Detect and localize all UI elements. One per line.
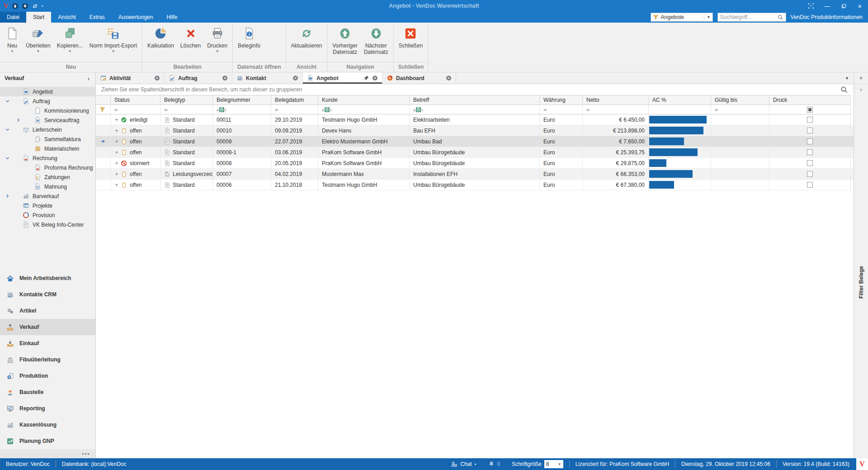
filter-checkbox[interactable] <box>807 107 813 113</box>
quick-access-caret-icon[interactable]: ▾ <box>42 2 43 10</box>
chat-button[interactable]: Chat ▾ <box>445 461 482 468</box>
tree-expander-icon[interactable] <box>4 127 11 133</box>
product-info-link[interactable]: VenDoc Produktinformationen <box>791 14 863 20</box>
ribbon-button-vorheriger-datensatz[interactable]: Vorheriger Datensatz <box>329 24 360 59</box>
column-header-gueltig-bis[interactable]: Gültig bis <box>711 95 769 105</box>
sidebar-item-einkauf[interactable]: Einkauf <box>0 335 95 351</box>
ribbon-button-norm-import-export[interactable]: Norm Import-Export▼ <box>86 24 140 53</box>
tree-item-projekte[interactable]: Projekte <box>0 201 95 210</box>
tab-dashboard[interactable]: Dashboard <box>382 72 456 84</box>
tree-item-vk-beleg-info-center[interactable]: VK Beleg Info-Center <box>0 220 95 229</box>
column-header-betreff[interactable]: Betreff <box>410 95 540 105</box>
tab-kontakt[interactable]: Kontakt <box>232 72 303 84</box>
sidebar-item-artikel[interactable]: Artikel <box>0 303 95 319</box>
sidebar-item-kassenloesung[interactable]: Kassenlösung <box>0 417 95 433</box>
tab-close-icon[interactable] <box>446 75 452 81</box>
table-row[interactable]: +erledigtStandard0001129.10.2019Testmann… <box>96 114 854 125</box>
tab-close-icon[interactable] <box>372 75 378 81</box>
tree-item-angebot[interactable]: Angebot <box>0 87 95 96</box>
sidebar-item-kontakte-crm[interactable]: Kontakte CRM <box>0 286 95 303</box>
tree-item-zahlungen[interactable]: €Zahlungen <box>0 172 95 182</box>
sidebar-item-fibuueberleitung[interactable]: €Fibuüberleitung <box>0 351 95 368</box>
row-expand-button[interactable]: + <box>114 182 119 188</box>
row-expand-button[interactable]: + <box>114 160 119 166</box>
tree-item-mahnung[interactable]: Mahnung <box>0 182 95 191</box>
minimize-button[interactable]: — <box>819 0 835 12</box>
refresh-quick-icon[interactable] <box>32 2 38 10</box>
filter-cell-status[interactable]: = <box>111 105 160 114</box>
tab-auftrag[interactable]: Auftrag <box>165 72 232 84</box>
close-button[interactable]: × <box>852 0 868 12</box>
filter-cell-waehrung[interactable]: = <box>540 105 583 114</box>
ribbon-button-schliessen[interactable]: Schließen <box>396 24 426 53</box>
filter-panel-expand-icon[interactable]: › <box>854 84 868 95</box>
filter-panel-close-icon[interactable]: × <box>854 72 868 84</box>
sidebar-item-reporting[interactable]: Reporting <box>0 400 95 417</box>
filter-funnel-icon[interactable] <box>96 105 111 114</box>
table-row[interactable]: +offenStandard00008-103.06.2019PraKom So… <box>96 147 854 158</box>
menu-item-ansicht[interactable]: Ansicht <box>51 12 82 23</box>
column-header-netto[interactable]: Netto <box>583 95 649 105</box>
ribbon-button-neu[interactable]: Neu▼ <box>2 24 23 53</box>
fontsize-select[interactable]: 8 ▼ <box>544 460 563 468</box>
tab-close-icon[interactable] <box>292 75 298 81</box>
tab-angebot[interactable]: Angebot <box>303 72 382 84</box>
sidebar-item-produktion[interactable]: Produktion <box>0 368 95 384</box>
notifications-button[interactable]: 0 <box>482 461 506 468</box>
ribbon-button-kalkulation[interactable]: Kalkulation <box>144 24 177 53</box>
sidebar-item-mein-arbeitsbereich[interactable]: Mein Arbeitsbereich <box>0 270 95 286</box>
tab-aktivitaet[interactable]: Aktivität <box>96 72 165 84</box>
sidebar-overflow-button[interactable] <box>0 449 95 458</box>
tab-list-caret-icon[interactable]: ▼ <box>845 76 849 81</box>
ribbon-button-aktualisieren[interactable]: Aktualisieren <box>288 24 326 53</box>
tree-item-provision[interactable]: Provision <box>0 210 95 220</box>
filter-cell-druck[interactable] <box>769 105 851 114</box>
sidebar-item-baustelle[interactable]: Baustelle <box>0 384 95 400</box>
ribbon-button-naechster-datensatz[interactable]: Nächster Datensatz <box>361 24 392 59</box>
filter-cell-kunde[interactable]: aBc <box>318 105 410 114</box>
tree-expander-icon[interactable] <box>14 117 22 123</box>
menu-item-hilfe[interactable]: Hilfe <box>160 12 184 23</box>
tree-item-barverkauf[interactable]: Barverkauf <box>0 191 95 201</box>
previous-record-quick-icon[interactable] <box>12 2 19 10</box>
filter-cell-belegnummer[interactable]: aBc <box>213 105 271 114</box>
tree-item-proforma-rechnung[interactable]: Proforma Rechnung <box>0 163 95 172</box>
ribbon-button-beleginfo[interactable]: Beleginfo <box>235 24 264 53</box>
sidebar-collapse-button[interactable]: ‹ <box>85 75 93 82</box>
fullscreen-button[interactable] <box>803 0 819 12</box>
tab-close-icon[interactable] <box>154 75 160 81</box>
druck-checkbox[interactable] <box>807 149 813 155</box>
filter-cell-betreff[interactable]: aBc <box>410 105 540 114</box>
sidebar-item-planung-gnp[interactable]: Planung GNP <box>0 433 95 449</box>
column-header-belegnummer[interactable]: Belegnummer <box>213 95 271 105</box>
filter-cell-gueltig-bis[interactable]: = <box>711 105 769 114</box>
search-icon[interactable] <box>778 14 783 20</box>
table-row[interactable]: +storniertStandard0000820.05.2019PraKom … <box>96 158 854 169</box>
table-row[interactable]: +offenStandard0000621.10.2018Testmann Hu… <box>96 180 854 190</box>
grid-search-icon[interactable] <box>840 86 854 94</box>
tree-item-sammelfaktura[interactable]: Sammelfaktura <box>0 134 95 144</box>
column-header-kunde[interactable]: Kunde <box>318 95 410 105</box>
druck-checkbox[interactable] <box>807 117 813 123</box>
tree-item-kommissionierung[interactable]: Kommissionierung <box>0 106 95 115</box>
tree-item-auftrag[interactable]: Auftrag <box>0 96 95 106</box>
search-input[interactable] <box>720 14 778 20</box>
table-row[interactable]: +offenStandard0001009.09.2019Devex HansB… <box>96 125 854 136</box>
next-record-quick-icon[interactable] <box>22 2 28 10</box>
tree-item-materialschein[interactable]: Materialschein <box>0 144 95 153</box>
tree-item-lieferschein[interactable]: Lieferschein <box>0 125 95 134</box>
table-row[interactable]: +offenStandard0000922.07.2019Elektro Mus… <box>96 136 854 147</box>
pin-icon[interactable] <box>363 75 369 81</box>
column-header-belegdatum[interactable]: Belegdatum <box>271 95 318 105</box>
row-expand-button[interactable]: + <box>114 171 119 177</box>
filter-panel-label[interactable]: Filter Belege <box>858 266 864 299</box>
ribbon-button-kopieren[interactable]: Kopieren...▼ <box>54 24 86 53</box>
column-header-waehrung[interactable]: Währung <box>540 95 583 105</box>
maximize-button[interactable] <box>835 0 852 12</box>
tree-item-serviceauftrag[interactable]: Serviceauftrag <box>0 115 95 125</box>
column-header-belegtyp[interactable]: Belegtyp <box>160 95 213 105</box>
filter-cell-belegdatum[interactable]: = <box>271 105 318 114</box>
ribbon-button-loeschen[interactable]: Löschen <box>177 24 204 53</box>
tree-expander-icon[interactable] <box>4 193 11 199</box>
sidebar-item-verkauf[interactable]: Verkauf <box>0 319 95 335</box>
